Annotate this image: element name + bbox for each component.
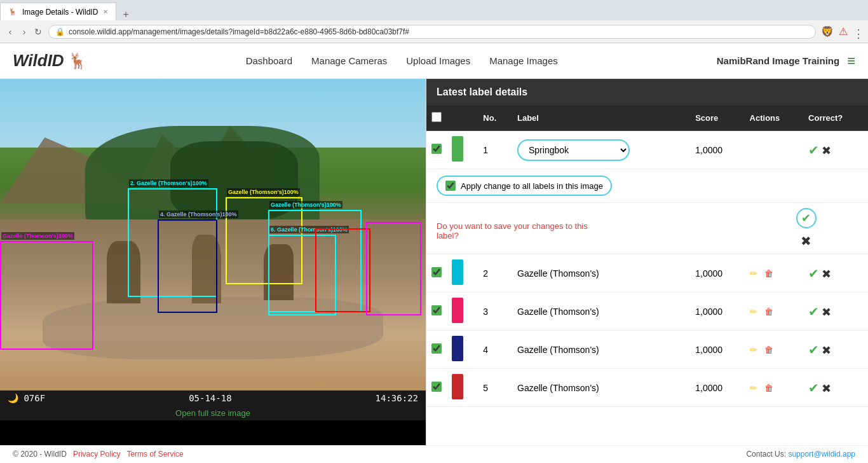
row1-correct-x[interactable]: ✖ (822, 144, 831, 157)
nav-upload-images[interactable]: Upload Images (406, 55, 470, 66)
nav-manage-cameras[interactable]: Manage Cameras (311, 55, 387, 66)
nav-manage-images[interactable]: Manage Images (489, 55, 558, 66)
row4-correct-cell: ✔ ✖ (803, 331, 868, 369)
terms-link[interactable]: Terms of Service (126, 450, 183, 459)
row3-correct-x[interactable]: ✖ (822, 306, 831, 319)
row4-edit-button[interactable]: ✏ (750, 345, 757, 355)
browser-controls: ‹ › ↻ (5, 27, 43, 37)
apply-change-cell: Apply change to all labels in this image (426, 169, 868, 203)
row4-correct-x[interactable]: ✖ (822, 344, 831, 357)
row5-no: 5 (478, 369, 512, 407)
open-full-link[interactable]: Open full size image (0, 406, 426, 420)
row5-label: Gazelle (Thomson's) (512, 369, 690, 407)
row2-checkbox[interactable] (431, 267, 442, 277)
hamburger-menu[interactable]: ≡ (847, 53, 855, 69)
th-no: No. (478, 106, 512, 131)
row1-actions (745, 131, 803, 169)
active-tab[interactable]: 🦌 Image Details - WildID ✕ (0, 3, 116, 20)
row3-delete-button[interactable]: 🗑 (764, 307, 773, 317)
row4-no: 4 (478, 331, 512, 369)
address-bar[interactable]: 🔒 console.wildid.app/management/images/d… (48, 25, 816, 39)
extension-icon-2: ⚠ (839, 25, 848, 38)
image-date: 05-14-18 (189, 393, 231, 403)
save-confirm-button[interactable]: ✔ (796, 208, 817, 228)
contact-email[interactable]: support@wildid.app (788, 450, 855, 459)
reload-button[interactable]: ↻ (33, 27, 43, 37)
row4-correct-check[interactable]: ✔ (808, 343, 819, 357)
camera-image: Gazelle (Thomson's)100% 2. Gazelle (Thom… (0, 79, 426, 390)
contact-label: Contact Us: (746, 450, 788, 459)
row4-delete-button[interactable]: 🗑 (764, 345, 773, 355)
row5-delete-button[interactable]: 🗑 (764, 383, 773, 393)
row3-label: Gazelle (Thomson's) (512, 293, 690, 331)
row5-edit-button[interactable]: ✏ (750, 383, 757, 393)
browser-bar: ‹ › ↻ 🔒 console.wildid.app/management/im… (0, 20, 868, 43)
th-color (447, 106, 478, 131)
row1-checkbox-cell (426, 131, 447, 169)
row2-correct-cell: ✔ ✖ (803, 254, 868, 293)
row3-correct-check[interactable]: ✔ (808, 305, 819, 319)
row1-label-dropdown[interactable]: Springbok Gazelle (Thomson's) Zebra Oryx… (517, 139, 630, 161)
row3-score: 1,0000 (690, 293, 744, 331)
menu-button[interactable]: ⋮ (853, 27, 863, 37)
extension-icon-1: 🦁 (821, 25, 834, 38)
apply-change-text: Apply change to all labels in this image (461, 181, 603, 191)
tab-close-button[interactable]: ✕ (103, 8, 108, 15)
row3-checkbox[interactable] (431, 305, 442, 315)
row1-checkbox[interactable] (431, 144, 442, 154)
nav-links: Dashboard Manage Cameras Upload Images M… (246, 55, 558, 66)
row1-correct-cell: ✔ ✖ (803, 131, 868, 169)
th-label: Label (512, 106, 690, 131)
row3-actions: ✏ 🗑 (745, 293, 803, 331)
page-footer: © 2020 - WildID Privacy Policy Terms of … (0, 445, 868, 462)
row2-no: 2 (478, 254, 512, 293)
image-footer: 🌙 076F 05-14-18 14:36:22 (0, 390, 426, 406)
row4-color-swatch (452, 336, 463, 361)
panel-header: Latest label details (426, 79, 868, 106)
row4-checkbox[interactable] (431, 343, 442, 354)
row2-edit-button[interactable]: ✏ (750, 268, 757, 279)
org-name: NamibRand Image Training (717, 55, 839, 66)
apply-change-checkbox[interactable] (445, 181, 456, 191)
row2-correct-x[interactable]: ✖ (822, 268, 831, 280)
th-score: Score (690, 106, 744, 131)
det-label-5: Gazelle (Thomson's)100% (269, 201, 342, 209)
forward-button[interactable]: › (19, 27, 29, 37)
row1-color-swatch-cell (447, 131, 478, 169)
row5-checkbox[interactable] (431, 382, 442, 392)
image-time: 14:36:22 (376, 393, 418, 403)
row5-actions: ✏ 🗑 (745, 369, 803, 407)
save-confirm-area: ✔ ✖ (750, 208, 863, 249)
row5-correct-check[interactable]: ✔ (808, 381, 819, 395)
nav-dashboard[interactable]: Dashboard (246, 55, 292, 66)
save-question-row: Do you want to save your changes to this… (426, 203, 868, 254)
select-all-checkbox[interactable] (431, 112, 442, 122)
main-content: Gazelle (Thomson's)100% 2. Gazelle (Thom… (0, 79, 868, 445)
row5-color-swatch (452, 374, 463, 399)
row2-delete-button[interactable]: 🗑 (764, 268, 773, 279)
privacy-link[interactable]: Privacy Policy (73, 450, 121, 459)
row4-score: 1,0000 (690, 331, 744, 369)
apply-change-label[interactable]: Apply change to all labels in this image (437, 176, 612, 196)
new-tab-button[interactable]: + (116, 9, 135, 20)
lock-icon: 🔒 (55, 27, 65, 36)
detection-box-8 (366, 222, 421, 315)
tab-favicon: 🦌 (8, 8, 17, 16)
row5-correct-x[interactable]: ✖ (822, 382, 831, 395)
back-button[interactable]: ‹ (5, 27, 15, 37)
row3-no: 3 (478, 293, 512, 331)
detection-box-1: Gazelle (Thomson's)100% (0, 241, 93, 350)
table-row: 3 Gazelle (Thomson's) 1,0000 ✏ 🗑 ✔ ✖ (426, 293, 868, 331)
footer-left: © 2020 - WildID Privacy Policy Terms of … (13, 450, 184, 459)
row3-edit-button[interactable]: ✏ (750, 307, 757, 317)
detection-box-7 (315, 228, 370, 312)
logo-icon: 🦌 (68, 52, 87, 70)
row1-color-swatch (452, 136, 463, 162)
row1-correct-check[interactable]: ✔ (808, 143, 819, 157)
apply-change-row: Apply change to all labels in this image (426, 169, 868, 203)
save-cancel-button[interactable]: ✖ (801, 233, 811, 249)
det-label-3: Gazelle (Thomson's)100% (227, 188, 300, 196)
row2-correct-check[interactable]: ✔ (808, 266, 819, 280)
table-row: 1 Springbok Gazelle (Thomson's) Zebra Or… (426, 131, 868, 169)
th-correct: Correct? (803, 106, 868, 131)
